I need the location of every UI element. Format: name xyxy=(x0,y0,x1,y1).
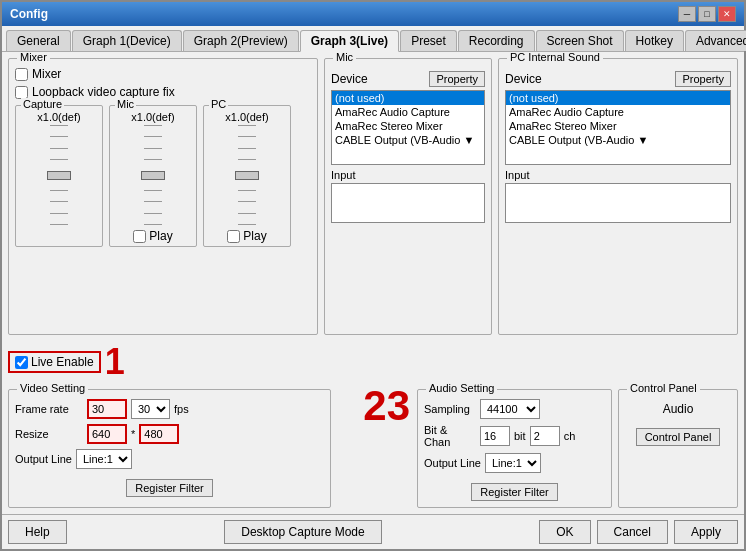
red-number-23: 23 xyxy=(363,382,410,430)
bottom-btn-bar: Help Desktop Capture Mode OK Cancel Appl… xyxy=(2,514,744,549)
framerate-select[interactable]: 306015 xyxy=(131,399,170,419)
sampling-label: Sampling xyxy=(424,403,476,415)
tick1 xyxy=(144,125,162,126)
play-label-mic: Play xyxy=(149,229,172,243)
pc-slider[interactable] xyxy=(235,125,259,225)
tick5 xyxy=(238,190,256,191)
mic-device-item-3[interactable]: CABLE Output (VB-Audio ▼ xyxy=(332,133,484,147)
resize-height-input[interactable] xyxy=(139,424,179,444)
mic-slider-group: Mic x1.0(def) xyxy=(109,105,197,247)
tab-hotkey[interactable]: Hotkey xyxy=(625,30,684,51)
tab-screenshot[interactable]: Screen Shot xyxy=(536,30,624,51)
bit-chan-label: Bit & Chan xyxy=(424,424,476,448)
audio-output-select[interactable]: Line:1 xyxy=(485,453,541,473)
mixer-checkbox-row: Mixer xyxy=(15,67,311,81)
chan-unit: ch xyxy=(564,430,576,442)
mic-device-listbox[interactable]: (not used) AmaRec Audio Capture AmaRec S… xyxy=(331,90,485,165)
tab-recording[interactable]: Recording xyxy=(458,30,535,51)
live-enable-box: Live Enable xyxy=(8,351,101,373)
tab-general[interactable]: General xyxy=(6,30,71,51)
ok-button[interactable]: OK xyxy=(539,520,590,544)
pc-device-item-2[interactable]: AmaRec Stereo Mixer xyxy=(506,119,730,133)
mic-device-row: Device Property xyxy=(331,71,485,87)
capture-slider[interactable] xyxy=(47,125,71,225)
mic-section: Mic Device Property (not used) AmaRec Au… xyxy=(324,58,492,335)
help-button[interactable]: Help xyxy=(8,520,67,544)
control-panel-button[interactable]: Control Panel xyxy=(636,428,721,446)
loopback-label: Loopback video capture fix xyxy=(32,85,175,99)
mixer-label: Mixer xyxy=(17,52,50,63)
pc-input-label: Input xyxy=(505,169,731,181)
pc-device-row: Device Property xyxy=(505,71,731,87)
main-area: Mixer Mixer Loopback video capture fix C… xyxy=(8,58,738,508)
tick4 xyxy=(144,159,162,160)
video-output-label: Output Line xyxy=(15,453,72,465)
mic-slider[interactable] xyxy=(141,125,165,225)
sliders-row: Capture x1.0(def) xyxy=(15,105,311,247)
slider-thumb[interactable] xyxy=(47,171,71,180)
live-enable-checkbox[interactable] xyxy=(15,356,28,369)
tab-preset[interactable]: Preset xyxy=(400,30,457,51)
apply-button[interactable]: Apply xyxy=(674,520,738,544)
content-area: Mixer Mixer Loopback video capture fix C… xyxy=(2,52,744,514)
framerate-unit: fps xyxy=(174,403,189,415)
mic-property-button[interactable]: Property xyxy=(429,71,485,87)
resize-width-input[interactable] xyxy=(87,424,127,444)
pc-slider-group: PC x1.0(def) xyxy=(203,105,291,247)
tab-bar: General Graph 1(Device) Graph 2(Preview)… xyxy=(2,26,744,52)
mic-device-item-0[interactable]: (not used) xyxy=(332,91,484,105)
settings-row: Video Setting Frame rate 306015 fps Resi… xyxy=(8,389,738,508)
tick7 xyxy=(50,213,68,214)
mic-device-item-1[interactable]: AmaRec Audio Capture xyxy=(332,105,484,119)
chan-input[interactable] xyxy=(530,426,560,446)
audio-register-button[interactable]: Register Filter xyxy=(471,483,557,501)
maximize-button[interactable]: □ xyxy=(698,6,716,22)
bit-unit: bit xyxy=(514,430,526,442)
tick4 xyxy=(238,159,256,160)
pc-slider-value: x1.0(def) xyxy=(225,111,268,123)
bottom-right-buttons: OK Cancel Apply xyxy=(539,520,738,544)
close-button[interactable]: ✕ xyxy=(718,6,736,22)
tab-graph2[interactable]: Graph 2(Preview) xyxy=(183,30,299,51)
pc-device-listbox[interactable]: (not used) AmaRec Audio Capture AmaRec S… xyxy=(505,90,731,165)
mixer-checkbox[interactable] xyxy=(15,68,28,81)
audio-register-row: Register Filter xyxy=(424,477,605,501)
tick6 xyxy=(238,201,256,202)
cancel-button[interactable]: Cancel xyxy=(597,520,668,544)
slider-thumb[interactable] xyxy=(141,171,165,180)
title-controls: ─ □ ✕ xyxy=(678,6,736,22)
tick6 xyxy=(50,201,68,202)
video-register-button[interactable]: Register Filter xyxy=(126,479,212,497)
tab-advanced[interactable]: Advanced xyxy=(685,30,746,51)
pc-slider-label: PC xyxy=(209,98,228,110)
capture-label: Capture xyxy=(21,98,64,110)
tick8 xyxy=(144,224,162,225)
pc-device-item-1[interactable]: AmaRec Audio Capture xyxy=(506,105,730,119)
tick3 xyxy=(144,148,162,149)
loopback-checkbox[interactable] xyxy=(15,86,28,99)
tick7 xyxy=(238,213,256,214)
video-output-select[interactable]: Line:1 xyxy=(76,449,132,469)
slider-thumb[interactable] xyxy=(235,171,259,180)
audio-setting-section: Audio Setting Sampling 44100 48000 Bit &… xyxy=(417,389,612,508)
control-panel-section: Control Panel Audio Control Panel xyxy=(618,389,738,508)
minimize-button[interactable]: ─ xyxy=(678,6,696,22)
framerate-input[interactable] xyxy=(87,399,127,419)
resize-label: Resize xyxy=(15,428,83,440)
tab-graph3[interactable]: Graph 3(Live) xyxy=(300,30,399,52)
bit-input[interactable] xyxy=(480,426,510,446)
tick8 xyxy=(50,224,68,225)
tick2 xyxy=(144,136,162,137)
play-checkbox-pc[interactable] xyxy=(227,230,240,243)
pc-property-button[interactable]: Property xyxy=(675,71,731,87)
video-setting-section: Video Setting Frame rate 306015 fps Resi… xyxy=(8,389,331,508)
sampling-select[interactable]: 44100 48000 xyxy=(480,399,540,419)
tick6 xyxy=(144,201,162,202)
desktop-capture-button[interactable]: Desktop Capture Mode xyxy=(224,520,381,544)
pc-device-item-0[interactable]: (not used) xyxy=(506,91,730,105)
tick3 xyxy=(238,148,256,149)
pc-device-item-3[interactable]: CABLE Output (VB-Audio ▼ xyxy=(506,133,730,147)
mic-device-item-2[interactable]: AmaRec Stereo Mixer xyxy=(332,119,484,133)
tab-graph1[interactable]: Graph 1(Device) xyxy=(72,30,182,51)
play-checkbox-mic[interactable] xyxy=(133,230,146,243)
